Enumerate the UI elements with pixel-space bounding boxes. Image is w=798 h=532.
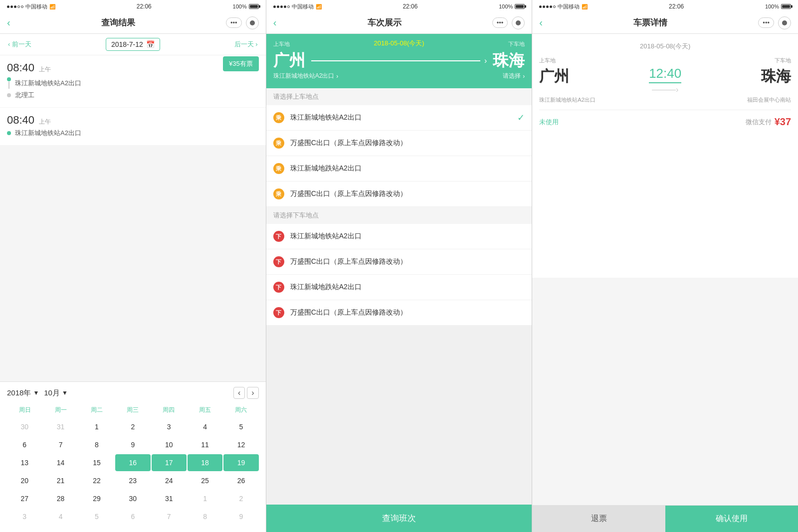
dots-button-1[interactable]: ••• [226, 17, 242, 28]
back-button-2[interactable]: ‹ [273, 17, 277, 28]
calendar-day[interactable]: 25 [188, 472, 222, 489]
year-dropdown[interactable]: 2018年 ▼ [7, 388, 39, 398]
calendar-day[interactable]: 5 [79, 508, 114, 525]
board-stop-item[interactable]: 乘 万盛围C出口（原上车点因修路改动） [266, 131, 532, 156]
calendar-day[interactable]: 28 [43, 490, 78, 507]
calendar-day[interactable]: 17 [152, 454, 187, 471]
month-dropdown-icon: ▼ [62, 389, 68, 396]
calendar-day[interactable]: 4 [43, 508, 78, 525]
calendar-day[interactable]: 16 [115, 454, 150, 471]
calendar-day[interactable]: 23 [115, 472, 150, 489]
date-display[interactable]: 2018-7-12 📅 [106, 38, 160, 51]
calendar-day[interactable]: 11 [188, 436, 222, 453]
calendar-day[interactable]: 7 [43, 436, 78, 453]
dots-button-3[interactable]: ••• [758, 17, 774, 28]
prev-day-button[interactable]: ‹ 前一天 [5, 38, 34, 51]
alight-stop-item[interactable]: 下 珠江新城地跌站A2出口 [266, 275, 532, 300]
back-button-3[interactable]: ‹ [539, 17, 543, 28]
next-month-button[interactable]: › [247, 387, 258, 399]
refund-button[interactable]: 退票 [532, 506, 665, 532]
signal-dot [14, 5, 16, 8]
result-period-2: 上午 [39, 118, 51, 125]
origin-stop-detail: 珠江新城地铁站A2出口 [539, 96, 595, 104]
record-button-2[interactable] [512, 16, 525, 29]
calendar-day[interactable]: 20 [7, 472, 42, 489]
stop-line-container [7, 77, 11, 89]
month-dropdown[interactable]: 10月 ▼ [44, 388, 68, 398]
origin-stop-info[interactable]: 珠江新城地铁站A2出口 › [273, 72, 339, 80]
dots-button-2[interactable]: ••• [492, 17, 508, 28]
dots-label-2: ••• [497, 19, 504, 26]
calendar-day[interactable]: 21 [43, 472, 78, 489]
record-button-1[interactable] [246, 16, 259, 29]
prev-month-button[interactable]: ‹ [233, 387, 245, 399]
dest-chevron-icon: › [523, 73, 525, 80]
calendar-day[interactable]: 10 [152, 436, 187, 453]
calendar-day[interactable]: 18 [188, 454, 222, 471]
calendar-day[interactable]: 24 [152, 472, 187, 489]
calendar-days[interactable]: 3031123456789101112131415161718192021222… [7, 418, 259, 525]
dest-stop-info[interactable]: 请选择 › [503, 72, 525, 80]
signal-dot [284, 5, 286, 8]
calendar-day[interactable]: 26 [223, 472, 258, 489]
calendar-day[interactable]: 31 [43, 418, 78, 435]
confirm-button[interactable]: 确认使用 [665, 506, 798, 532]
status-right-1: 100% [233, 3, 259, 9]
stop-icon-orange: 乘 [273, 163, 284, 174]
calendar-day[interactable]: 8 [188, 508, 222, 525]
calendar-day[interactable]: 3 [152, 418, 187, 435]
panel-ticket-detail: 中国移动 📶 22:06 100% ‹ 车票详情 ••• 2018-05-08(… [532, 0, 798, 532]
calendar-day[interactable]: 13 [7, 454, 42, 471]
calendar-day[interactable]: 22 [79, 472, 114, 489]
result-item-2[interactable]: 08:40 上午 珠江新城地铁站A2出口 [0, 108, 266, 145]
stop-row-3: 珠江新城地铁站A2出口 [7, 129, 259, 138]
calendar-day[interactable]: 15 [79, 454, 114, 471]
alight-stop-item[interactable]: 下 万盛围C出口（原上车点因修路改动） [266, 249, 532, 275]
calendar-day[interactable]: 30 [7, 418, 42, 435]
calendar-day[interactable]: 31 [152, 490, 187, 507]
calendar-day[interactable]: 9 [115, 436, 150, 453]
calendar-day[interactable]: 3 [7, 508, 42, 525]
alight-stop-item[interactable]: 下 万盛围C出口（原上车点因修路改动） [266, 300, 532, 326]
alight-stop-item[interactable]: 下 珠江新城地铁站A2出口 [266, 224, 532, 249]
board-stop-item[interactable]: 乘 珠江新城地跌站A2出口 [266, 156, 532, 181]
stop-name: 珠江新城地铁站A2出口 [290, 232, 525, 241]
calendar-day[interactable]: 6 [115, 508, 150, 525]
calendar-day[interactable]: 12 [223, 436, 258, 453]
next-day-button[interactable]: 后一天 › [231, 38, 261, 51]
calendar-day[interactable]: 19 [223, 454, 258, 471]
record-button-3[interactable] [778, 16, 791, 29]
board-stop-list: 乘 珠江新城地铁站A2出口 ✓ 乘 万盛围C出口（原上车点因修路改动） 乘 珠江… [266, 105, 532, 207]
stop-name: 珠江新城地跌站A2出口 [290, 164, 525, 173]
calendar-day[interactable]: 27 [7, 490, 42, 507]
calendar-day[interactable]: 9 [223, 508, 258, 525]
current-date: 2018-7-12 [111, 40, 143, 48]
dest-stop-detail: 福田会展中心南站 [747, 96, 791, 104]
calendar-day[interactable]: 30 [115, 490, 150, 507]
board-stop-item[interactable]: 乘 珠江新城地铁站A2出口 ✓ [266, 105, 532, 131]
calendar-day[interactable]: 4 [188, 418, 222, 435]
calendar-day[interactable]: 6 [7, 436, 42, 453]
calendar-section: 2018年 ▼ 10月 ▼ ‹ › 周日周一周二周三周四周五周六 3031123… [0, 381, 266, 532]
calendar-day[interactable]: 29 [79, 490, 114, 507]
panel-query-results: 中国移动 📶 22:06 100% ‹ 查询结果 ••• ‹ 前一天 2018-… [0, 0, 266, 532]
p2-route-row: 上车地 2018-05-08(今天) 下车地 [273, 39, 525, 48]
price-button-1[interactable]: ¥35有票 [223, 56, 259, 71]
calendar-day[interactable]: 1 [79, 418, 114, 435]
weekday-label: 周四 [151, 404, 187, 416]
battery-icon-1 [249, 4, 259, 9]
calendar-day[interactable]: 5 [223, 418, 258, 435]
calendar-day[interactable]: 2 [115, 418, 150, 435]
calendar-day[interactable]: 2 [223, 490, 258, 507]
board-stop-item[interactable]: 乘 万盛围C出口（原上车点因修路改动） [266, 181, 532, 207]
calendar-day[interactable]: 7 [152, 508, 187, 525]
stop-name: 万盛围C出口（原上车点因修路改动） [290, 257, 525, 266]
carrier-label-2: 中国移动 [292, 3, 314, 10]
calendar-day[interactable]: 14 [43, 454, 78, 471]
result-item-1[interactable]: 08:40 上午 ¥35有票 珠江新城地铁站A2出口 北理工 [0, 55, 266, 107]
query-btn[interactable]: 查询班次 [266, 505, 532, 532]
calendar-day[interactable]: 1 [188, 490, 222, 507]
signal-dot-empty [287, 5, 290, 8]
calendar-day[interactable]: 8 [79, 436, 114, 453]
back-button-1[interactable]: ‹ [7, 17, 10, 28]
